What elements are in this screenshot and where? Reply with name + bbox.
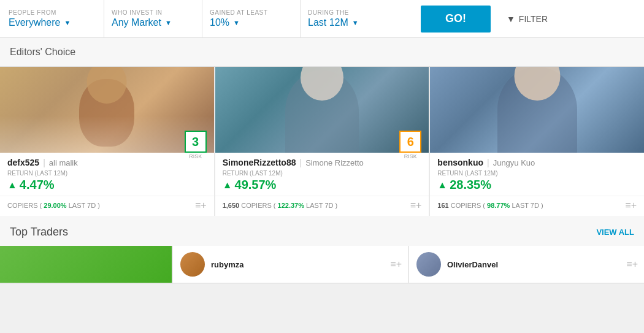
during-value[interactable]: Last 12M ▼ <box>308 17 404 28</box>
trader-card-3: bensonkuo | Jungyu Kuo RETURN (LAST 12M)… <box>430 67 644 216</box>
gained-label: GAINED AT LEAST <box>210 9 293 16</box>
copy-icon[interactable]: ≡+ <box>626 259 638 270</box>
top-bar: PEOPLE FROM Everywhere ▼ WHO INVEST IN A… <box>0 0 644 38</box>
who-invest-label: WHO INVEST IN <box>112 9 194 16</box>
during-chevron-icon: ▼ <box>352 19 359 26</box>
card-return: ▲ 4.47% <box>7 178 207 192</box>
return-arrow-icon: ▲ <box>7 180 17 191</box>
return-label: RETURN (LAST 12M) <box>437 170 637 177</box>
view-all-link[interactable]: VIEW ALL <box>596 228 634 237</box>
avatar-olivier <box>416 252 441 277</box>
trader-card-2-risk-badge: 6 RISK <box>399 131 421 159</box>
top-traders-header: Top Traders VIEW ALL <box>0 216 644 246</box>
gained-value[interactable]: 10% ▼ <box>210 17 293 28</box>
trader-card-2-info: SimoneRizzetto88 | Simone Rizzetto RETUR… <box>215 153 429 196</box>
return-label: RETURN (LAST 12M) <box>223 170 422 177</box>
during-label: DURING THE <box>308 9 404 16</box>
bottom-card-green <box>0 246 172 283</box>
during-filter[interactable]: DURING THE Last 12M ▼ <box>301 0 411 38</box>
editors-choice-cards: 3 RISK defx525 | ali malik RETURN (LAST … <box>0 67 644 216</box>
trader-card-3-image <box>430 67 644 153</box>
return-arrow-icon: ▲ <box>223 180 232 191</box>
copy-icon[interactable]: ≡+ <box>390 259 402 270</box>
who-invest-chevron-icon: ▼ <box>165 19 172 26</box>
card-return: ▲ 28.35% <box>437 178 637 192</box>
trader-card-3-info: bensonkuo | Jungyu Kuo RETURN (LAST 12M)… <box>430 153 644 196</box>
risk-label: RISK <box>399 153 421 159</box>
card-copiers-1: COPIERS ( 29.00% LAST 7D ) ≡+ <box>0 196 214 216</box>
who-invest-filter[interactable]: WHO INVEST IN Any Market ▼ <box>104 0 202 38</box>
editors-choice-title: Editors' Choice <box>10 47 75 57</box>
go-button[interactable]: GO! <box>421 6 491 33</box>
top-traders-title: Top Traders <box>10 226 68 239</box>
trader-card-1-image <box>0 67 214 153</box>
card-name-row: bensonkuo | Jungyu Kuo <box>437 158 637 167</box>
avatar-rubymza <box>180 252 205 277</box>
people-from-chevron-icon: ▼ <box>64 19 71 26</box>
card-username: SimoneRizzetto88 <box>223 158 296 167</box>
copiers-label: COPIERS ( <box>7 202 42 209</box>
copiers-suffix: LAST 7D ) <box>512 202 543 209</box>
card-name-row: defx525 | ali malik <box>7 158 207 167</box>
risk-box: 3 <box>185 131 207 153</box>
card-copiers-2: 1,650 COPIERS ( 122.37% LAST 7D ) ≡+ <box>215 196 429 216</box>
card-realname: ali malik <box>49 158 78 167</box>
copy-icon[interactable]: ≡+ <box>625 200 637 211</box>
copiers-label: COPIERS ( <box>241 202 277 209</box>
trader-card-1: 3 RISK defx525 | ali malik RETURN (LAST … <box>0 67 214 216</box>
copiers-suffix: LAST 7D ) <box>69 202 100 209</box>
card-username: defx525 <box>7 158 39 167</box>
copiers-suffix: LAST 7D ) <box>306 202 337 209</box>
card-realname: Simone Rizzetto <box>305 158 364 167</box>
trader-card-2: 6 RISK SimoneRizzetto88 | Simone Rizzett… <box>215 67 429 216</box>
gained-filter[interactable]: GAINED AT LEAST 10% ▼ <box>202 0 301 38</box>
card-name-row: SimoneRizzetto88 | Simone Rizzetto <box>223 158 422 167</box>
bottom-card-username: OlivierDanvel <box>447 260 498 269</box>
trader-card-1-risk-badge: 3 RISK <box>185 131 207 159</box>
bottom-cards-row: rubymza ≡+ OlivierDanvel ≡+ <box>0 246 644 284</box>
risk-label: RISK <box>185 153 207 159</box>
return-label: RETURN (LAST 12M) <box>7 170 207 177</box>
copy-icon[interactable]: ≡+ <box>195 200 207 211</box>
gained-chevron-icon: ▼ <box>233 19 240 26</box>
card-return: ▲ 49.57% <box>223 178 422 192</box>
card-username: bensonkuo <box>437 158 483 167</box>
copiers-change: 98.77% <box>487 202 510 209</box>
trader-card-1-info: defx525 | ali malik RETURN (LAST 12M) ▲ … <box>0 153 214 196</box>
people-from-value[interactable]: Everywhere ▼ <box>9 17 96 28</box>
copiers-change: 29.00% <box>44 202 66 209</box>
copiers-count: 161 <box>437 202 448 209</box>
bottom-card-username: rubymza <box>211 260 243 269</box>
copiers-label: COPIERS ( <box>451 202 487 209</box>
bottom-card-rubymza: rubymza ≡+ <box>173 246 408 283</box>
card-realname: Jungyu Kuo <box>493 158 535 167</box>
editors-choice-header: Editors' Choice <box>0 38 644 67</box>
risk-box: 6 <box>399 131 421 153</box>
trader-card-2-image <box>215 67 429 153</box>
return-arrow-icon: ▲ <box>437 180 447 191</box>
people-from-filter[interactable]: PEOPLE FROM Everywhere ▼ <box>6 0 104 38</box>
copiers-count: 1,650 <box>223 202 240 209</box>
bottom-card-olivier: OlivierDanvel ≡+ <box>409 246 644 283</box>
copiers-change: 122.37% <box>278 202 304 209</box>
copy-icon[interactable]: ≡+ <box>410 200 422 211</box>
who-invest-value[interactable]: Any Market ▼ <box>112 17 194 28</box>
people-from-label: PEOPLE FROM <box>9 9 96 16</box>
card-copiers-3: 161 COPIERS ( 98.77% LAST 7D ) ≡+ <box>430 196 644 216</box>
filter-icon: ▼ <box>507 14 515 24</box>
filter-button[interactable]: ▼ FILTER <box>500 14 554 24</box>
